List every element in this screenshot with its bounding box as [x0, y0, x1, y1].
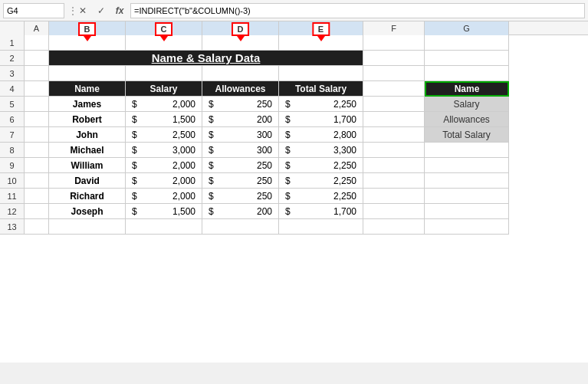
cell-c9[interactable]: $2,000 — [126, 158, 202, 173]
cell-g3[interactable] — [425, 66, 509, 81]
cell-f8[interactable] — [363, 143, 425, 158]
cell-b5[interactable]: James — [49, 97, 126, 112]
col-header-f[interactable]: F — [363, 21, 425, 35]
cell-g7[interactable]: Total Salary — [425, 127, 509, 143]
cell-f7[interactable] — [363, 127, 425, 143]
cell-e9[interactable]: $2,250 — [279, 158, 363, 173]
cell-d8[interactable]: $300 — [202, 143, 279, 158]
cell-b11[interactable]: Richard — [49, 189, 126, 204]
cell-g10[interactable] — [425, 173, 509, 189]
cell-a12[interactable] — [25, 204, 49, 219]
cell-d9[interactable]: $250 — [202, 158, 279, 173]
cell-c3[interactable] — [126, 66, 202, 81]
cell-c11[interactable]: $2,000 — [126, 189, 202, 204]
cell-f12[interactable] — [363, 204, 425, 219]
cell-g12[interactable] — [425, 204, 509, 219]
cell-a3[interactable] — [25, 66, 49, 81]
cell-d11[interactable]: $250 — [202, 189, 279, 204]
cell-b9[interactable]: William — [49, 158, 126, 173]
cell-f10[interactable] — [363, 173, 425, 189]
cell-c12[interactable]: $1,500 — [126, 204, 202, 219]
cell-f5[interactable] — [363, 97, 425, 112]
cell-a1[interactable] — [25, 35, 49, 51]
cell-b8[interactable]: Michael — [49, 143, 126, 158]
cell-c6[interactable]: $1,500 — [126, 112, 202, 127]
cell-a5[interactable] — [25, 97, 49, 112]
cell-a13[interactable] — [25, 219, 49, 235]
cell-e3[interactable] — [279, 66, 363, 81]
cell-a11[interactable] — [25, 189, 49, 204]
cell-f4[interactable] — [363, 81, 425, 97]
cell-e13[interactable] — [279, 219, 363, 235]
cell-f6[interactable] — [363, 112, 425, 127]
cell-b7[interactable]: John — [49, 127, 126, 143]
col-header-e[interactable]: E — [279, 21, 363, 35]
cell-a10[interactable] — [25, 173, 49, 189]
cell-f13[interactable] — [363, 219, 425, 235]
cell-e5[interactable]: $2,250 — [279, 97, 363, 112]
cell-d7[interactable]: $300 — [202, 127, 279, 143]
cancel-icon[interactable]: ✕ — [75, 3, 90, 18]
cell-c8[interactable]: $3,000 — [126, 143, 202, 158]
cell-g5[interactable]: Salary — [425, 97, 509, 112]
cell-reference-box[interactable]: G4 — [3, 3, 64, 18]
cell-f3[interactable] — [363, 66, 425, 81]
col-header-d[interactable]: D — [202, 21, 279, 35]
cell-b10[interactable]: David — [49, 173, 126, 189]
cell-a6[interactable] — [25, 112, 49, 127]
cell-b4[interactable]: Name — [49, 81, 126, 97]
cell-g1[interactable] — [425, 35, 509, 51]
cell-f1[interactable] — [363, 35, 425, 51]
cell-c7[interactable]: $2,500 — [126, 127, 202, 143]
cell-g11[interactable] — [425, 189, 509, 204]
cell-g2[interactable] — [425, 51, 509, 66]
cell-e8[interactable]: $3,300 — [279, 143, 363, 158]
cell-f11[interactable] — [363, 189, 425, 204]
data-rows: 5 James $2,000 $250 $2,250 Salary 6 Robe… — [0, 97, 588, 219]
cell-d3[interactable] — [202, 66, 279, 81]
cell-a9[interactable] — [25, 158, 49, 173]
cell-a4[interactable] — [25, 81, 49, 97]
cell-g6[interactable]: Allowances — [425, 112, 509, 127]
col-header-g[interactable]: G — [425, 21, 509, 35]
col-header-a[interactable]: A — [25, 21, 49, 35]
cell-g9[interactable] — [425, 158, 509, 173]
column-headers: A B C D E — [0, 21, 588, 35]
cell-d6[interactable]: $200 — [202, 112, 279, 127]
col-header-c[interactable]: C — [126, 21, 202, 35]
cell-d13[interactable] — [202, 219, 279, 235]
cell-f9[interactable] — [363, 158, 425, 173]
cell-b6[interactable]: Robert — [49, 112, 126, 127]
cell-c4[interactable]: Salary — [126, 81, 202, 97]
cell-c13[interactable] — [126, 219, 202, 235]
cell-g4[interactable]: Name — [425, 81, 509, 97]
cell-e6[interactable]: $1,700 — [279, 112, 363, 127]
cell-b12[interactable]: Joseph — [49, 204, 126, 219]
row-header-3: 3 — [0, 66, 25, 81]
cell-a2[interactable] — [25, 51, 49, 66]
cell-e11[interactable]: $2,250 — [279, 189, 363, 204]
cell-b13[interactable] — [49, 219, 126, 235]
col-header-b[interactable]: B — [49, 21, 126, 35]
cell-d4[interactable]: Allowances — [202, 81, 279, 97]
cell-g13[interactable] — [425, 219, 509, 235]
cell-e7[interactable]: $2,800 — [279, 127, 363, 143]
cell-e10[interactable]: $2,250 — [279, 173, 363, 189]
formula-bar[interactable]: =INDIRECT("b"&COLUMN()-3) — [130, 3, 585, 18]
cell-d5[interactable]: $250 — [202, 97, 279, 112]
cell-a7[interactable] — [25, 127, 49, 143]
cell-e4[interactable]: Total Salary — [279, 81, 363, 97]
grid-row-5: 5 James $2,000 $250 $2,250 Salary — [0, 97, 588, 112]
cell-a8[interactable] — [25, 143, 49, 158]
cell-f2[interactable] — [363, 51, 425, 66]
cell-g8[interactable] — [425, 143, 509, 158]
title-cell[interactable]: Name & Salary Data — [49, 51, 363, 66]
cell-c5[interactable]: $2,000 — [126, 97, 202, 112]
row-header-5: 5 — [0, 97, 25, 112]
cell-c10[interactable]: $2,000 — [126, 173, 202, 189]
confirm-icon[interactable]: ✓ — [94, 3, 109, 18]
cell-d10[interactable]: $250 — [202, 173, 279, 189]
cell-d12[interactable]: $200 — [202, 204, 279, 219]
cell-e12[interactable]: $1,700 — [279, 204, 363, 219]
cell-b3[interactable] — [49, 66, 126, 81]
